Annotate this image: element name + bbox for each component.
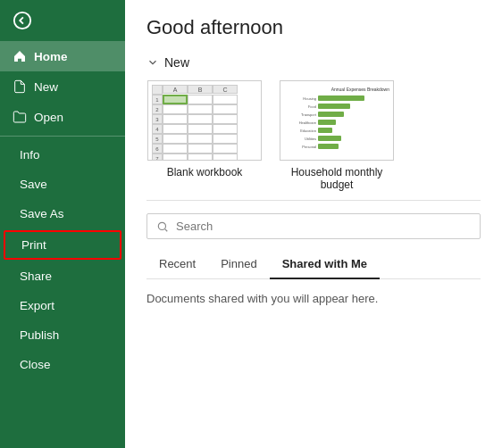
back-button[interactable] [0, 0, 125, 41]
tab-shared[interactable]: Shared with Me [270, 252, 380, 279]
main-panel: Good afternoon New A B C 1 [125, 0, 502, 448]
sidebar-item-close[interactable]: Close [0, 350, 125, 379]
new-section-title: New [164, 55, 189, 70]
budget-chart-title: Annual Expenses Breakdown [284, 87, 389, 92]
sidebar-item-save[interactable]: Save [0, 170, 125, 199]
bar-row: Housing [284, 95, 389, 101]
sidebar-home-label: Home [34, 50, 68, 63]
sidebar-item-print[interactable]: Print [4, 230, 121, 260]
greeting-text: Good afternoon [146, 16, 481, 39]
bar-fill [318, 112, 344, 117]
sidebar-new-label: New [34, 80, 58, 94]
tab-recent[interactable]: Recent [146, 252, 208, 279]
back-icon [13, 11, 32, 30]
bar-row: Transport [284, 112, 389, 117]
budget-label: Household monthly budget [279, 166, 395, 191]
bar-fill [318, 120, 336, 125]
sidebar-divider [0, 136, 125, 137]
search-input[interactable] [176, 220, 471, 233]
new-section-header: New [146, 55, 481, 70]
bar-row: Education [284, 128, 389, 133]
bar-fill [318, 144, 339, 149]
sidebar-item-new[interactable]: New [0, 71, 125, 102]
svg-line-2 [165, 228, 168, 231]
bar-fill [318, 95, 364, 101]
bar-label: Utilities [284, 137, 316, 141]
chevron-down-icon [146, 56, 159, 69]
home-icon [13, 49, 27, 63]
bar-label: Healthcare [284, 120, 316, 125]
blank-label: Blank workbook [167, 166, 243, 178]
budget-thumb: Annual Expenses Breakdown HousingFoodTra… [280, 80, 394, 161]
templates-row: A B C 1 2 3 [146, 80, 481, 191]
svg-point-1 [158, 222, 165, 229]
sidebar-item-save-as[interactable]: Save As [0, 199, 125, 228]
bar-label: Housing [284, 96, 316, 101]
tab-pinned[interactable]: Pinned [208, 252, 269, 279]
bar-row: Utilities [284, 136, 389, 141]
bar-label: Food [284, 104, 316, 109]
bar-row: Food [284, 104, 389, 109]
svg-point-0 [14, 12, 30, 29]
open-icon [13, 110, 27, 124]
budget-bars: HousingFoodTransportHealthcareEducationU… [284, 95, 389, 149]
sidebar-item-info[interactable]: Info [0, 140, 125, 170]
bar-fill [318, 136, 341, 141]
search-icon [156, 220, 169, 233]
template-blank[interactable]: A B C 1 2 3 [146, 80, 263, 191]
bar-label: Transport [284, 112, 316, 117]
bar-fill [318, 104, 350, 109]
template-budget[interactable]: Annual Expenses Breakdown HousingFoodTra… [279, 80, 395, 191]
bar-row: Personal [284, 144, 389, 149]
section-divider [146, 200, 481, 201]
bar-label: Personal [284, 145, 316, 149]
sidebar-item-home[interactable]: Home [0, 41, 125, 71]
shared-message: Documents shared with you will appear he… [146, 292, 481, 305]
new-icon [13, 79, 27, 94]
sidebar-item-publish[interactable]: Publish [0, 320, 125, 350]
sidebar-item-share[interactable]: Share [0, 261, 125, 291]
sidebar: Home New Open Info Save Save As Print Sh… [0, 0, 125, 448]
bar-fill [318, 128, 332, 133]
search-bar[interactable] [146, 213, 481, 239]
sidebar-item-open[interactable]: Open [0, 102, 125, 132]
bar-row: Healthcare [284, 120, 389, 125]
bar-label: Education [284, 129, 316, 133]
sidebar-item-export[interactable]: Export [0, 291, 125, 320]
sidebar-open-label: Open [34, 111, 63, 124]
tabs-row: Recent Pinned Shared with Me [146, 252, 481, 279]
blank-thumb: A B C 1 2 3 [147, 80, 262, 161]
